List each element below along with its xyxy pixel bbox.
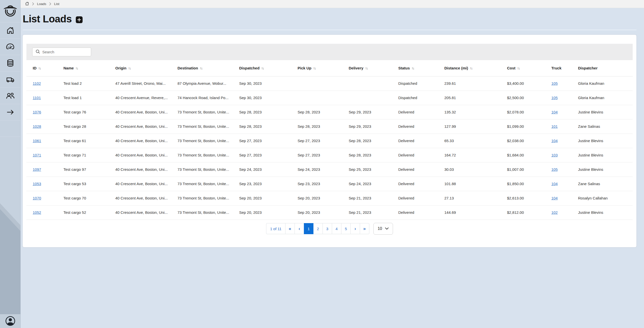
column-header-truck: Truck: [551, 60, 578, 76]
table-row: 1097Test cargo 9740 Crescent Ave, Boston…: [26, 162, 633, 177]
column-header-status[interactable]: Status↑↓: [398, 60, 444, 76]
load-id-link[interactable]: 1101: [33, 96, 41, 100]
column-header-distance[interactable]: Distance (mi)↑↓: [444, 60, 507, 76]
column-header-pickup[interactable]: Pick Up↑↓: [298, 60, 349, 76]
load-id-link[interactable]: 1061: [33, 139, 41, 143]
column-label: Dispatcher: [578, 66, 598, 70]
breadcrumb-item-list[interactable]: List: [54, 2, 59, 6]
column-label: Truck: [551, 66, 561, 70]
truck-link[interactable]: 104: [551, 110, 558, 114]
cell-dispatcher: Gloria Kaufman: [578, 91, 633, 105]
cell-origin: 40 Crescent Ave, Boston, Uni...: [115, 148, 177, 162]
load-id-link[interactable]: 1071: [33, 153, 41, 157]
sidebar-empty-cell: [0, 120, 20, 137]
page-button-4[interactable]: 4: [332, 223, 341, 234]
page-button-2[interactable]: 2: [313, 223, 323, 234]
cell-distance: 101.88: [444, 177, 507, 191]
search-input[interactable]: [42, 50, 92, 54]
column-header-origin[interactable]: Origin↑↓: [115, 60, 177, 76]
pagination-group: 1 of 11«‹12345›»: [266, 223, 369, 234]
sidebar-account[interactable]: [0, 314, 20, 328]
cell-origin: 47 Averill Street, Orono, Mai...: [115, 76, 177, 91]
page-button-3[interactable]: 3: [323, 223, 332, 234]
cell-delivery: Sep 28, 2023: [349, 134, 398, 148]
cell-truck: 101: [551, 119, 578, 134]
page-button-1[interactable]: 1: [304, 223, 313, 234]
cell-id: 1071: [26, 148, 63, 162]
app-logo[interactable]: [0, 0, 20, 22]
first-page-button[interactable]: «: [285, 223, 295, 234]
cell-destination: 73 Tremont St, Boston, Unite...: [177, 105, 239, 119]
loads-table: ID↑↓Name↑↓Origin↑↓Destination↑↓Dispatche…: [26, 60, 633, 220]
column-header-delivery[interactable]: Delivery↑↓: [349, 60, 398, 76]
page-button-5[interactable]: 5: [341, 223, 351, 234]
load-id-link[interactable]: 1052: [33, 210, 41, 215]
column-header-cost[interactable]: Cost↑↓: [507, 60, 551, 76]
truck-link[interactable]: 102: [551, 210, 558, 215]
column-header-dispatched[interactable]: Dispatched↑↓: [239, 60, 298, 76]
cell-truck: 104: [551, 105, 578, 119]
cell-dispatched: Sep 24, 2023: [239, 162, 298, 177]
load-id-link[interactable]: 1076: [33, 110, 41, 114]
column-label: Name: [63, 66, 74, 70]
sidebar-item-logout[interactable]: [0, 104, 20, 120]
prev-page-button[interactable]: ‹: [295, 223, 304, 234]
load-id-link[interactable]: 1028: [33, 124, 41, 129]
cell-name: Test cargo 52: [63, 205, 115, 220]
sidebar-item-dashboard[interactable]: [0, 39, 20, 55]
cell-pickup: [298, 76, 349, 91]
cell-truck: 105: [551, 76, 578, 91]
truck-link[interactable]: 104: [551, 182, 558, 186]
truck-link[interactable]: 105: [551, 81, 558, 86]
chevron-down-icon: [385, 227, 389, 230]
sort-arrows-icon: ↑↓: [517, 66, 520, 70]
load-id-link[interactable]: 1102: [33, 81, 41, 86]
truck-link[interactable]: 105: [551, 96, 558, 100]
sidebar-item-trucks[interactable]: [0, 71, 20, 88]
dashboard-gauge-icon: [6, 42, 15, 52]
cell-name: Test cargo 53: [63, 177, 115, 191]
page-size-select[interactable]: 10: [373, 223, 393, 235]
cell-status: Delivered: [398, 119, 444, 134]
truck-link[interactable]: 104: [551, 139, 558, 143]
truck-link[interactable]: 105: [551, 167, 558, 172]
table-row: 1101Test load 140 Crescent Avenue, Rever…: [26, 91, 633, 105]
cell-name: Test load 2: [63, 76, 115, 91]
page-size-value: 10: [378, 226, 382, 231]
load-id-link[interactable]: 1053: [33, 182, 41, 186]
cell-pickup: Sep 20, 2023: [298, 191, 349, 205]
breadcrumb-chevron-icon: [32, 2, 34, 6]
sidebar-item-data[interactable]: [0, 55, 20, 71]
cell-dispatcher: Justine Blevins: [578, 162, 633, 177]
cell-destination: 74 Hancock Road, Island Po...: [177, 91, 239, 105]
last-page-button[interactable]: »: [360, 223, 369, 234]
cell-status: Delivered: [398, 134, 444, 148]
column-label: ID: [33, 66, 37, 70]
cell-dispatcher: Rosalyn Callahan: [578, 191, 633, 205]
breadcrumb-item-loads[interactable]: Loads: [37, 2, 46, 6]
table-header-row: ID↑↓Name↑↓Origin↑↓Destination↑↓Dispatche…: [26, 60, 633, 76]
cell-truck: 103: [551, 148, 578, 162]
cell-origin: 40 Crescent Ave, Boston, Uni...: [115, 205, 177, 220]
load-id-link[interactable]: 1070: [33, 196, 41, 200]
table-row: 1102Test load 247 Averill Street, Orono,…: [26, 76, 633, 91]
title-band: List Loads: [21, 8, 644, 30]
column-header-name[interactable]: Name↑↓: [63, 60, 115, 76]
breadcrumb-home-icon[interactable]: [25, 2, 29, 7]
truck-link[interactable]: 104: [551, 196, 558, 200]
sidebar-item-users[interactable]: [0, 88, 20, 104]
cell-origin: 40 Crescent Ave, Boston, Uni...: [115, 119, 177, 134]
search-box[interactable]: [32, 48, 91, 56]
cell-pickup: Sep 20, 2023: [298, 205, 349, 220]
load-id-link[interactable]: 1097: [33, 167, 41, 172]
truck-link[interactable]: 101: [551, 124, 558, 129]
sidebar-item-home[interactable]: [0, 22, 20, 39]
add-load-button[interactable]: [76, 16, 83, 23]
cell-origin: 40 Crescent Avenue, Revere,...: [115, 91, 177, 105]
cell-id: 1076: [26, 105, 63, 119]
column-header-destination[interactable]: Destination↑↓: [177, 60, 239, 76]
sort-arrows-icon: ↑↓: [470, 66, 472, 70]
column-header-id[interactable]: ID↑↓: [26, 60, 63, 76]
truck-link[interactable]: 103: [551, 153, 558, 157]
next-page-button[interactable]: ›: [350, 223, 360, 234]
